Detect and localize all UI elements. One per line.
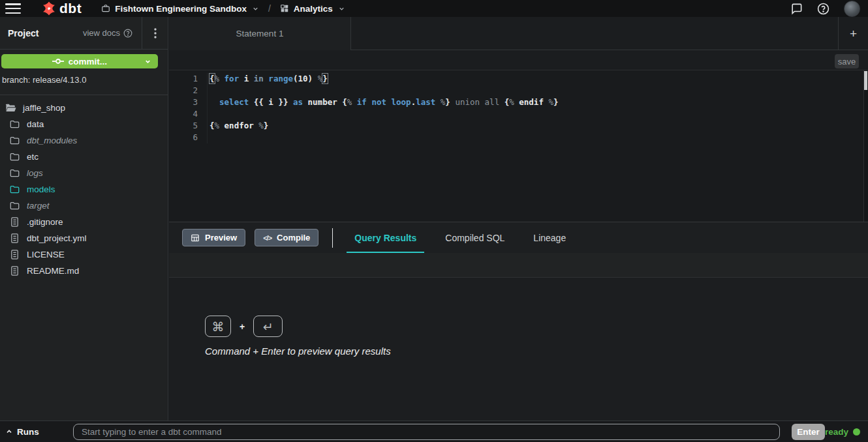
plus-icon: + xyxy=(850,27,857,41)
code-line-3[interactable]: 3 select {{ i }} as number {% if not loo… xyxy=(169,96,868,108)
tab-lineage[interactable]: Lineage xyxy=(525,222,574,254)
dbt-logo[interactable]: dbt xyxy=(40,0,82,17)
results-sub-toolbar xyxy=(169,253,868,278)
tree-item-dbt-project-yml[interactable]: dbt_project.yml xyxy=(0,230,168,246)
dbt-ide-window: dbt Fishtown Engineering Sandbox / Analy… xyxy=(0,0,868,442)
account-switcher[interactable]: Fishtown Engineering Sandbox xyxy=(101,4,259,14)
tree-item-label: README.md xyxy=(27,266,79,276)
hamburger-menu-icon[interactable] xyxy=(5,3,21,14)
panel-divider xyxy=(332,228,333,248)
line-number: 1 xyxy=(169,73,207,85)
branch-label: branch: release/4.13.0 xyxy=(2,75,168,85)
apps-grid-icon xyxy=(280,4,289,13)
line-number: 2 xyxy=(169,85,207,96)
folder-icon xyxy=(9,201,20,210)
chat-icon[interactable] xyxy=(790,3,803,15)
tab-compiled-sql[interactable]: Compiled SQL xyxy=(437,222,512,254)
avatar[interactable] xyxy=(844,1,860,17)
file-icon xyxy=(9,233,20,243)
tab-label: Query Results xyxy=(354,233,416,243)
tree-item-label: .gitignore xyxy=(27,217,63,227)
code-area: 1{% for i in range(10) %}23 select {{ i … xyxy=(169,73,868,143)
results-panel-header: Preview </> Compile Query Results Compil… xyxy=(169,222,868,253)
shortcut-hint-text: Command + Enter to preview query results xyxy=(205,346,391,357)
dbt-command-input[interactable] xyxy=(73,424,780,440)
command-key-icon: ⌘ xyxy=(205,316,231,337)
status-label: ready xyxy=(825,427,848,437)
tree-item-target[interactable]: target xyxy=(0,198,168,214)
code-line-1[interactable]: 1{% for i in range(10) %} xyxy=(169,73,868,85)
save-button[interactable]: save xyxy=(835,54,859,68)
code-icon: </> xyxy=(263,234,271,242)
tree-item-readme-md[interactable]: README.md xyxy=(0,263,168,279)
chevron-down-icon[interactable] xyxy=(144,58,151,65)
folder-icon xyxy=(9,120,20,128)
editor-scrollbar-thumb[interactable] xyxy=(864,71,867,90)
enter-button[interactable]: Enter xyxy=(792,424,825,440)
tree-item-label: models xyxy=(27,184,55,194)
plus-sign: + xyxy=(240,321,245,332)
top-bar: dbt Fishtown Engineering Sandbox / Analy… xyxy=(0,0,868,17)
folder-icon xyxy=(9,153,20,161)
project-switcher[interactable]: Analytics xyxy=(280,4,345,14)
chevron-up-icon xyxy=(5,428,13,435)
view-docs-label: view docs xyxy=(83,28,120,38)
commit-button-label: commit... xyxy=(69,57,107,66)
tree-item-models[interactable]: models xyxy=(0,181,168,198)
line-number: 4 xyxy=(169,108,207,120)
chevron-down-icon xyxy=(338,5,345,12)
tree-item-logs[interactable]: logs xyxy=(0,165,168,181)
sidebar-header: Project view docs xyxy=(0,17,168,50)
editor-toolbar: save xyxy=(169,50,868,70)
dbt-logo-text: dbt xyxy=(59,0,82,17)
compile-button[interactable]: </> Compile xyxy=(255,229,318,246)
shortcut-keys: ⌘ + ↵ xyxy=(205,316,283,337)
tab-statement-1[interactable]: Statement 1 xyxy=(169,17,351,50)
project-name: Analytics xyxy=(294,4,333,14)
tab-label: Lineage xyxy=(533,233,566,243)
tree-item-etc[interactable]: etc xyxy=(0,149,168,165)
folder-open-icon xyxy=(5,104,16,113)
briefcase-icon xyxy=(101,4,110,13)
code-line-5[interactable]: 5{% endfor %} xyxy=(169,120,868,132)
tab-label: Compiled SQL xyxy=(445,233,504,243)
tree-item-label: dbt_project.yml xyxy=(27,233,87,243)
file-tree: jaffle_shopdatadbt_modulesetclogsmodelst… xyxy=(0,95,168,279)
file-icon xyxy=(9,217,20,227)
status-indicator: ready xyxy=(825,427,860,437)
new-tab-button[interactable]: + xyxy=(838,17,868,50)
main-area: Statement 1 + save 1{% for i in range(10… xyxy=(169,17,868,420)
compile-button-label: Compile xyxy=(277,233,310,243)
runs-label: Runs xyxy=(17,427,39,437)
help-icon[interactable] xyxy=(817,3,829,15)
more-options-icon[interactable] xyxy=(142,17,168,50)
tree-item-label: LICENSE xyxy=(27,250,65,259)
tree-item-label: logs xyxy=(27,168,43,178)
tree-item-gitignore[interactable]: .gitignore xyxy=(0,214,168,230)
code-line-2[interactable]: 2 xyxy=(169,85,868,96)
folder-icon xyxy=(9,136,20,145)
tree-item-dbt-modules[interactable]: dbt_modules xyxy=(0,132,168,149)
tree-item-data[interactable]: data xyxy=(0,116,168,132)
view-docs-link[interactable]: view docs xyxy=(83,28,142,38)
code-editor[interactable]: 1{% for i in range(10) %}23 select {{ i … xyxy=(169,70,868,222)
tree-item-label: etc xyxy=(27,152,39,162)
tab-query-results[interactable]: Query Results xyxy=(347,222,424,254)
account-name: Fishtown Engineering Sandbox xyxy=(115,4,247,14)
tree-item-license[interactable]: LICENSE xyxy=(0,246,168,263)
folder-icon xyxy=(9,185,20,194)
tree-item-jaffle-shop[interactable]: jaffle_shop xyxy=(0,100,168,116)
line-number: 5 xyxy=(169,120,207,132)
code-line-4[interactable]: 4 xyxy=(169,108,868,120)
commit-button[interactable]: commit... xyxy=(1,54,158,68)
code-line-content: {% for i in range(10) %} xyxy=(207,73,328,85)
enter-key-icon: ↵ xyxy=(253,316,283,337)
breadcrumb-separator: / xyxy=(268,3,271,14)
tree-item-label: data xyxy=(27,119,44,129)
code-line-6[interactable]: 6 xyxy=(169,132,868,143)
runs-toggle[interactable]: Runs xyxy=(5,427,73,437)
preview-button[interactable]: Preview xyxy=(182,229,245,246)
tree-item-label: dbt_modules xyxy=(27,136,77,145)
editor-scrollbar[interactable] xyxy=(863,70,868,222)
tree-item-label: target xyxy=(27,201,50,211)
